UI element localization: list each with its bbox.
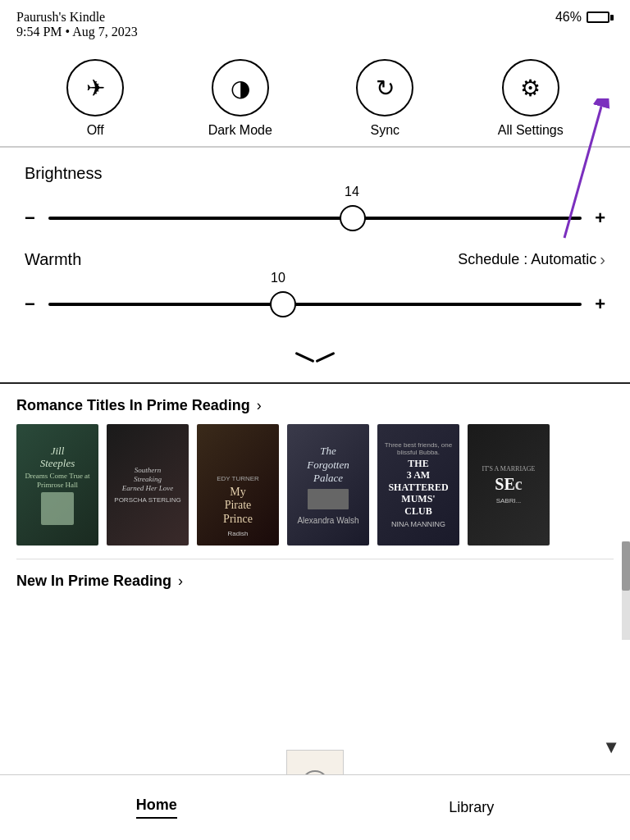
warmth-slider-track[interactable] bbox=[48, 303, 582, 306]
new-prime-section-title: New In Prime Reading bbox=[16, 573, 171, 590]
romance-section-header: Romance Titles In Prime Reading › bbox=[0, 384, 630, 424]
warmth-decrease-button[interactable]: − bbox=[25, 294, 35, 315]
airplane-icon: ✈ bbox=[66, 59, 124, 116]
brightness-decrease-button[interactable]: − bbox=[25, 208, 35, 229]
romance-section-arrow-icon[interactable]: › bbox=[257, 397, 262, 414]
battery-indicator: 46% bbox=[555, 10, 614, 25]
bottom-navigation: Home Library bbox=[0, 774, 630, 840]
library-nav-button[interactable]: Library bbox=[416, 792, 527, 823]
book-item[interactable]: TheForgottenPalace Alexandra Walsh bbox=[287, 424, 369, 546]
all-settings-button[interactable]: ⚙ All Settings bbox=[498, 59, 564, 138]
warmth-section: Warmth Schedule : Automatic › 10 − + bbox=[0, 242, 630, 336]
brightness-slider-track[interactable] bbox=[48, 217, 582, 220]
battery-icon bbox=[587, 11, 614, 23]
collapse-panel-button[interactable] bbox=[0, 336, 630, 384]
brightness-label: Brightness bbox=[25, 164, 605, 183]
status-bar: Paurush's Kindle 9:54 PM • Aug 7, 2023 4… bbox=[0, 0, 630, 46]
airplane-mode-button[interactable]: ✈ Off bbox=[66, 59, 124, 138]
sync-icon: ↻ bbox=[356, 59, 413, 116]
dark-mode-button[interactable]: ◑ Dark Mode bbox=[208, 59, 272, 138]
new-prime-section-header: New In Prime Reading › bbox=[0, 559, 630, 596]
chevron-right-icon: › bbox=[600, 250, 605, 269]
scroll-down-icon[interactable]: ▼ bbox=[602, 737, 620, 758]
brightness-increase-button[interactable]: + bbox=[595, 208, 605, 229]
new-prime-section-arrow-icon[interactable]: › bbox=[178, 573, 183, 590]
home-nav-button[interactable]: Home bbox=[103, 790, 210, 825]
book-item[interactable]: JillSteeples Dreams Come True atPrimrose… bbox=[16, 424, 98, 546]
romance-book-shelf: JillSteeples Dreams Come True atPrimrose… bbox=[0, 424, 630, 559]
brightness-slider-thumb[interactable] bbox=[340, 205, 366, 231]
book-item[interactable]: SouthernStreakingEarned Her Love PORSCHA… bbox=[107, 424, 189, 546]
sync-button[interactable]: ↻ Sync bbox=[356, 59, 413, 138]
device-datetime: 9:54 PM • Aug 7, 2023 bbox=[16, 25, 138, 39]
brightness-section: Brightness 14 − + bbox=[0, 148, 630, 242]
scrollbar[interactable] bbox=[622, 541, 630, 640]
dark-mode-icon: ◑ bbox=[212, 59, 269, 116]
warmth-slider-thumb[interactable] bbox=[270, 291, 296, 317]
library-nav-label: Library bbox=[449, 799, 494, 816]
schedule-button[interactable]: Schedule : Automatic › bbox=[458, 250, 605, 269]
book-item[interactable]: EDY TURNER MyPiratePrince Radish bbox=[197, 424, 279, 546]
gear-icon: ⚙ bbox=[502, 59, 559, 116]
brightness-value: 14 bbox=[345, 185, 359, 199]
home-nav-label: Home bbox=[136, 797, 177, 819]
book-item[interactable]: IT'S A MARRIAGE SEc SABRI... bbox=[468, 424, 550, 546]
quick-settings-panel: ✈ Off ◑ Dark Mode ↻ Sync ⚙ All Settings bbox=[0, 46, 630, 148]
warmth-slider-container: 10 − + bbox=[25, 294, 605, 315]
warmth-label: Warmth bbox=[25, 250, 81, 269]
romance-section-title: Romance Titles In Prime Reading bbox=[16, 397, 250, 414]
collapse-chevron-icon bbox=[294, 349, 336, 366]
warmth-value: 10 bbox=[271, 271, 285, 285]
book-item[interactable]: Three best friends, one blissful Bubba. … bbox=[377, 424, 459, 546]
warmth-increase-button[interactable]: + bbox=[595, 294, 605, 315]
device-name: Paurush's Kindle bbox=[16, 10, 138, 25]
scrollbar-thumb[interactable] bbox=[622, 541, 630, 591]
home-screen: Romance Titles In Prime Reading › JillSt… bbox=[0, 384, 630, 596]
brightness-slider-container: 14 − + bbox=[25, 208, 605, 229]
